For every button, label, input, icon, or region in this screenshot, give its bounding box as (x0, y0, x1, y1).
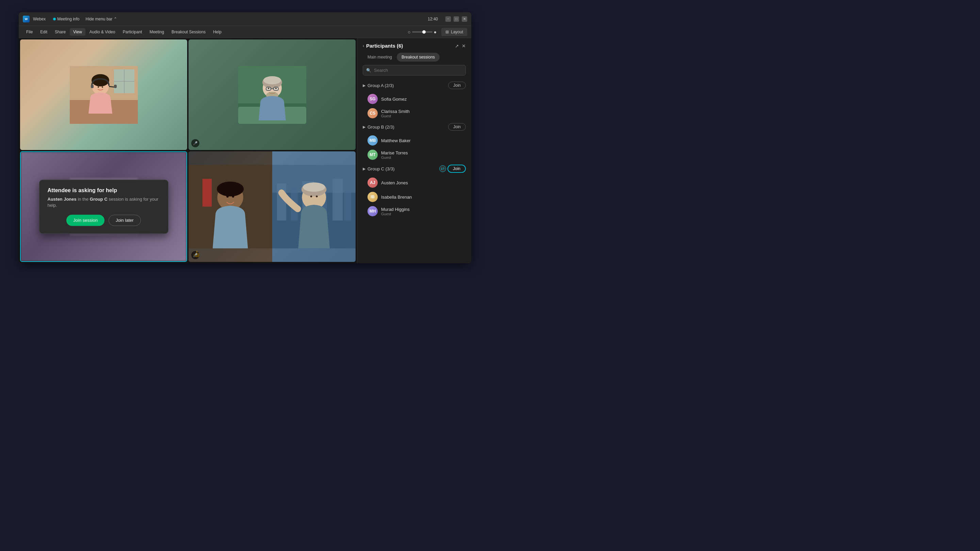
zoom-in-button[interactable]: ● (434, 29, 437, 35)
group-c-join-group: 1? Join (439, 165, 466, 173)
svg-rect-41 (344, 191, 351, 221)
video-bg-4-wrapper: 👍 🎤 (189, 151, 356, 262)
join-later-button[interactable]: Join later (108, 214, 141, 226)
video-cell-2: 🎤 (189, 40, 356, 150)
svg-rect-36 (277, 183, 286, 221)
group-c-header[interactable]: ▶ Group C (3/3) 1? Join (360, 162, 469, 176)
group-a-header[interactable]: ▶ Group A (2/3) Join (360, 79, 469, 92)
menu-help[interactable]: Help (210, 28, 225, 36)
join-session-button[interactable]: Join session (66, 214, 105, 226)
panel-header: ‹ Participants (6) ➚ ✕ (357, 38, 471, 49)
search-icon: 🔍 (366, 68, 371, 73)
participant-murad-higgins: MH Murad Higgins Guest (360, 204, 469, 218)
avatar-clarissa-smith: CS (368, 108, 378, 118)
hide-menu-button[interactable]: Hide menu bar ⌃ (86, 17, 118, 21)
panel-header-actions: ➚ ✕ (455, 43, 466, 49)
participant-info-clarissa: Clarissa Smith Guest (381, 109, 466, 118)
person-figure-2 (238, 66, 306, 124)
help-indicator-icon: 1? (439, 165, 446, 172)
webex-logo: W (23, 16, 30, 22)
participant-name-matthew: Matthew Baker (381, 138, 466, 143)
zoom-controls: ○ ● (408, 29, 437, 35)
group-c-name: Group C (3/3) (368, 166, 439, 171)
mute-icon: 🎤 (193, 141, 198, 146)
menu-edit[interactable]: Edit (37, 28, 51, 36)
menu-audio-video[interactable]: Audio & Video (86, 28, 119, 36)
tab-breakout-sessions[interactable]: Breakout sessions (397, 53, 440, 62)
group-a-chevron: ▶ (363, 83, 366, 88)
hide-menu-label: Hide menu bar (86, 17, 113, 21)
join-group-b-button[interactable]: Join (448, 123, 466, 130)
video-cell-4b (272, 151, 356, 262)
participant-name-clarissa: Clarissa Smith (381, 109, 466, 114)
participant-isabella-brenan: IB Isabella Brenan (360, 190, 469, 204)
video-cell-4: 👍 🎤 (189, 151, 356, 262)
svg-rect-8 (114, 85, 117, 88)
person-figure-1 (70, 66, 138, 124)
participant-role-clarissa: Guest (381, 114, 466, 118)
pop-out-button[interactable]: ➚ (455, 43, 459, 49)
layout-button[interactable]: ⊞ Layout (441, 28, 467, 36)
menu-view[interactable]: View (70, 28, 86, 36)
svg-point-31 (217, 182, 243, 197)
tab-main-meeting[interactable]: Main meeting (363, 53, 397, 62)
participant-role-marise: Guest (381, 156, 466, 159)
panel-tabs: Main meeting Breakout sessions (357, 49, 471, 62)
video-grid: 🎤 Attendee is asking for help (19, 38, 357, 263)
video-cell-3: Attendee is asking for help Austen Jones… (20, 151, 187, 262)
menu-participant[interactable]: Participant (119, 28, 146, 36)
participant-role-murad: Guest (381, 212, 466, 216)
participant-sofia-gomez: SG Sofia Gomez (360, 92, 469, 106)
menu-breakout-sessions[interactable]: Breakout Sessions (168, 28, 209, 36)
participant-info-marise: Marise Torres Guest (381, 150, 466, 159)
minimize-button[interactable]: − (445, 16, 451, 22)
menu-bar: File Edit Share View Audio & Video Parti… (19, 26, 471, 38)
person-figure-4a (189, 151, 272, 262)
join-group-c-button[interactable]: Join (447, 165, 466, 173)
close-panel-button[interactable]: ✕ (462, 43, 466, 49)
menu-file[interactable]: File (23, 28, 36, 36)
help-popup-body: Austen Jones in the Group C session is a… (48, 196, 160, 208)
meeting-info-button[interactable]: Meeting info (50, 16, 82, 22)
panel-search: 🔍 (363, 65, 466, 76)
avatar-isabella-brenan: IB (368, 192, 378, 202)
attendee-name: Austen Jones (48, 197, 76, 202)
menu-meeting[interactable]: Meeting (146, 28, 167, 36)
svg-rect-40 (332, 179, 343, 221)
maximize-button[interactable]: □ (453, 16, 459, 22)
svg-line-9 (109, 86, 114, 87)
participants-list: ▶ Group A (2/3) Join SG Sofia Gomez CS C… (357, 79, 471, 263)
mute-icon-4: 🎤 (193, 253, 198, 257)
title-bar: W Webex Meeting info Hide menu bar ⌃ 12:… (19, 12, 471, 26)
meeting-info-label: Meeting info (57, 17, 79, 21)
participant-info-isabella: Isabella Brenan (381, 195, 466, 200)
group-b-header[interactable]: ▶ Group B (2/3) Join (360, 121, 469, 133)
layout-label: Layout (451, 30, 463, 34)
panel-chevron-icon[interactable]: ‹ (363, 43, 364, 48)
mute-indicator-2: 🎤 (191, 139, 199, 147)
avatar-sofia-gomez: SG (368, 94, 378, 104)
participant-clarissa-smith: CS Clarissa Smith Guest (360, 106, 469, 121)
svg-point-23 (275, 88, 277, 89)
zoom-slider[interactable] (412, 31, 433, 33)
video-bg-2 (189, 40, 356, 150)
menu-share[interactable]: Share (51, 28, 69, 36)
app-name: Webex (33, 17, 46, 21)
close-button[interactable]: ✕ (462, 16, 467, 22)
person-figure-4b (272, 151, 356, 262)
search-input[interactable] (363, 65, 466, 76)
svg-point-44 (303, 183, 325, 192)
panel-title-row: ‹ Participants (6) (363, 43, 403, 49)
avatar-austen-jones: AJ (368, 178, 378, 188)
svg-point-10 (98, 86, 99, 88)
join-group-a-button[interactable]: Join (448, 82, 466, 89)
clock: 12:40 (428, 17, 438, 21)
participant-name-marise: Marise Torres (381, 150, 466, 156)
zoom-thumb (422, 30, 426, 34)
svg-point-46 (316, 195, 318, 197)
zoom-out-button[interactable]: ○ (408, 29, 410, 35)
group-c-chevron: ▶ (363, 167, 366, 171)
svg-point-45 (310, 195, 312, 197)
participant-austen-jones: AJ Austen Jones (360, 176, 469, 190)
participant-name-sofia: Sofia Gomez (381, 97, 466, 102)
